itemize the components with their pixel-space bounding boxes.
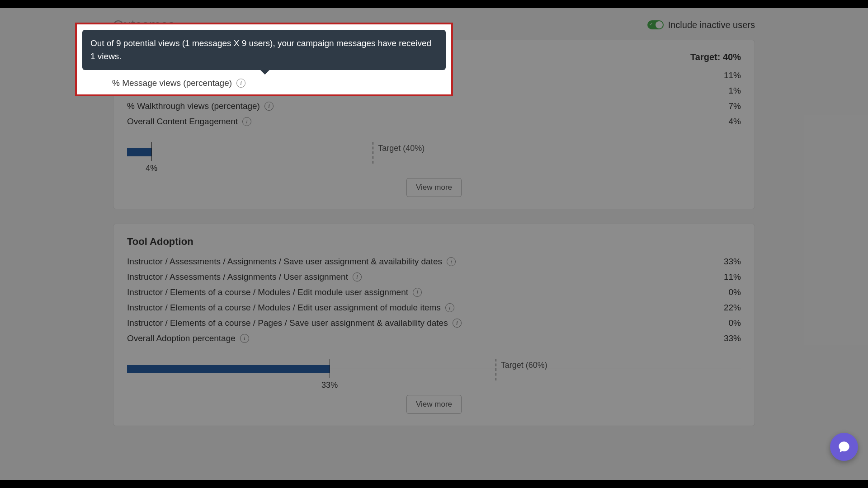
- help-fab[interactable]: [830, 433, 858, 461]
- letterbox-top: [0, 0, 868, 8]
- info-icon[interactable]: i: [236, 79, 245, 88]
- chat-icon: [838, 441, 850, 453]
- metric-label-text: % Message views (percentage): [112, 78, 232, 88]
- tooltip: Out of 9 potential views (1 messages X 9…: [82, 30, 446, 70]
- letterbox-bottom: [0, 480, 868, 488]
- tooltip-text: Out of 9 potential views (1 messages X 9…: [90, 38, 431, 61]
- tooltip-highlight: Out of 9 potential views (1 messages X 9…: [75, 23, 453, 96]
